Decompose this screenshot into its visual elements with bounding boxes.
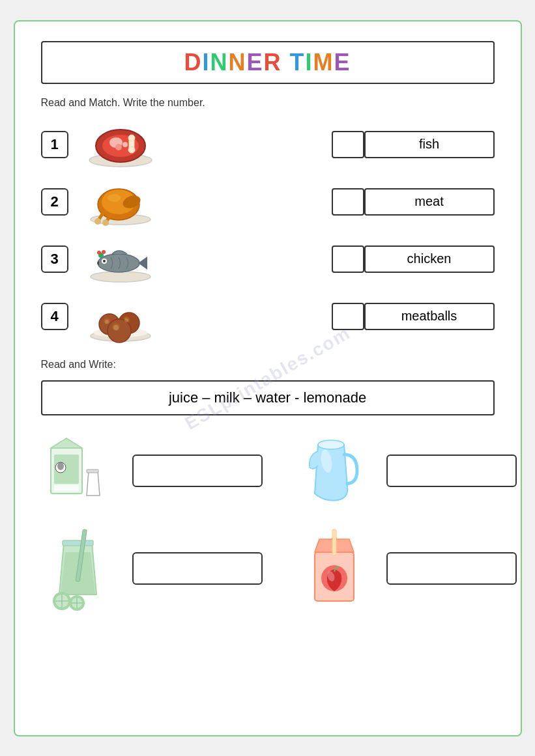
lemonade-image <box>41 526 119 611</box>
svg-point-8 <box>128 147 135 153</box>
right-pair-3: chicken <box>332 245 495 273</box>
word-meat: meat <box>364 188 495 216</box>
svg-point-17 <box>108 194 121 202</box>
svg-point-45 <box>318 440 344 449</box>
svg-point-7 <box>128 135 135 141</box>
match-row-4: 4 <box>41 290 495 343</box>
match-section: 1 <box>41 119 495 343</box>
match-row-3: 3 <box>41 233 495 285</box>
word-meatballs: meatballs <box>364 303 495 330</box>
worksheet-page: ESLprintables.com DINNER TIME Read and M… <box>14 20 522 736</box>
svg-point-15 <box>102 219 109 226</box>
number-box-4: 4 <box>41 303 68 330</box>
answer-input-meatballs[interactable] <box>332 303 364 330</box>
word-bank: juice – milk – water - lemonade <box>41 380 495 415</box>
svg-rect-42 <box>54 485 79 492</box>
milk-image <box>41 428 119 513</box>
number-box-1: 1 <box>41 131 68 158</box>
number-box-3: 3 <box>41 245 68 273</box>
word-fish: fish <box>364 131 495 158</box>
svg-marker-38 <box>51 438 82 448</box>
svg-point-34 <box>105 320 109 324</box>
answer-milk[interactable] <box>132 455 263 487</box>
svg-marker-20 <box>138 257 147 270</box>
match-row-2: 2 <box>41 176 495 228</box>
svg-rect-59 <box>332 529 336 555</box>
title-box: DINNER TIME <box>41 41 495 84</box>
answer-water[interactable] <box>386 455 517 487</box>
food-image-fish <box>78 233 163 285</box>
svg-point-13 <box>94 218 101 225</box>
answer-juice[interactable] <box>386 552 517 585</box>
match-row-1: 1 <box>41 119 495 171</box>
food-image-meatballs <box>78 290 163 343</box>
food-image-meat <box>78 119 163 171</box>
answer-input-meat[interactable] <box>332 188 364 216</box>
drink-row-1 <box>41 428 495 513</box>
number-box-2: 2 <box>41 188 68 216</box>
answer-input-fish[interactable] <box>332 131 364 158</box>
juice-image <box>295 526 373 611</box>
svg-point-5 <box>123 142 128 147</box>
section2-instruction: Read and Write: <box>41 359 495 371</box>
svg-point-24 <box>97 251 101 255</box>
svg-point-18 <box>91 272 151 282</box>
right-pair-1: fish <box>332 131 495 158</box>
right-pair-4: meatballs <box>332 303 495 330</box>
svg-point-25 <box>102 250 106 254</box>
right-pair-2: meat <box>332 188 495 216</box>
svg-point-36 <box>113 325 119 330</box>
svg-point-44 <box>89 475 98 479</box>
svg-rect-43 <box>87 469 98 473</box>
section1-instruction: Read and Match. Write the number. <box>41 97 495 109</box>
drink-row-2 <box>41 526 495 611</box>
svg-point-35 <box>124 318 128 322</box>
food-image-chicken <box>78 176 163 228</box>
title-text: DINNER TIME <box>55 49 480 76</box>
answer-lemonade[interactable] <box>132 552 263 585</box>
svg-rect-47 <box>63 540 93 546</box>
svg-point-4 <box>115 144 122 150</box>
drink-section <box>41 428 495 611</box>
svg-point-32 <box>108 319 131 343</box>
word-chicken: chicken <box>364 245 495 273</box>
svg-point-41 <box>57 462 64 470</box>
answer-input-chicken[interactable] <box>332 245 364 273</box>
svg-point-22 <box>103 260 106 262</box>
water-image <box>295 428 373 513</box>
